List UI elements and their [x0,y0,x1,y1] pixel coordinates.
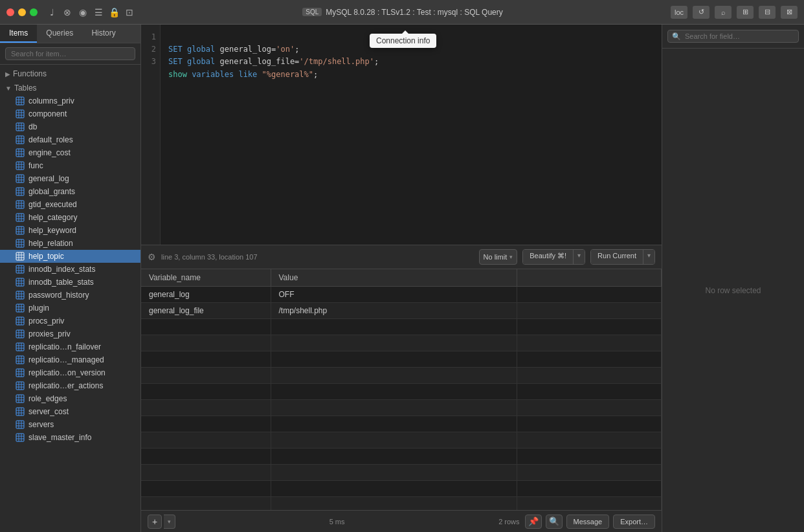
table-item-proxies_priv[interactable]: proxies_priv [0,327,140,340]
tab-history[interactable]: History [82,25,124,43]
table-item-server_cost[interactable]: server_cost [0,405,140,418]
beautify-button-group: Beautify ⌘! ▾ [522,249,585,265]
table-item-func[interactable]: func [0,159,140,172]
svg-rect-115 [16,395,24,403]
table-item-servers[interactable]: servers [0,418,140,431]
col-header-variable_name[interactable]: Variable_name [141,269,271,287]
table-grid-icon [16,226,25,235]
search-button[interactable]: ⌕ [715,6,731,19]
stop-icon[interactable]: ⊗ [62,7,73,17]
table-name: help_category [28,213,77,222]
svg-rect-80 [16,304,24,312]
tables-chevron: ▼ [5,85,12,92]
table-item-procs_priv[interactable]: procs_priv [0,315,140,327]
run-current-button[interactable]: Run Current [591,250,643,264]
tables-header[interactable]: ▼ Tables [0,82,140,94]
table-name: engine_cost [28,148,71,157]
tables-section: ▼ Tables columns_priv [0,82,140,444]
table-item-slave_master_info[interactable]: slave_master_info [0,431,140,444]
sidebar-tabs: Items Queries History [0,25,140,43]
connection-tooltip: Connection info [370,34,436,48]
settings-icon[interactable]: ⚙ [148,252,156,262]
lines-icon[interactable]: ☰ [93,7,104,17]
titlebar-center: SQL MySQL 8.0.28 : TLSv1.2 : Test : mysq… [140,8,665,17]
table-item-help_topic[interactable]: help_topic [0,250,140,263]
message-button[interactable]: Message [566,515,610,529]
table-name: replicatio…n_failover [28,342,101,351]
table-item-db[interactable]: db [0,120,140,133]
table-item-innodb_table_stats[interactable]: innodb_table_stats [0,276,140,289]
loc-badge[interactable]: loc [671,6,687,19]
add-row-button[interactable]: + [148,515,162,529]
pin-button[interactable]: 📌 [525,515,542,529]
lock-icon[interactable]: 🔒 [109,7,119,17]
table-item-replication_er_actions[interactable]: replicatio…er_actions [0,379,140,392]
refresh-button[interactable]: ↺ [693,6,709,19]
table-row-empty [141,319,662,335]
functions-section: ▶ Functions [0,67,140,80]
table-item-default_roles[interactable]: default_roles [0,133,140,146]
no-limit-select[interactable]: No limit ▾ [479,249,518,265]
sidebar-toggle-button[interactable]: ⊞ [737,6,754,19]
table-item-gtid_executed[interactable]: gtid_executed [0,198,140,211]
find-button[interactable]: 🔍 [546,515,563,529]
eye-icon[interactable]: ◉ [78,7,88,17]
layout-button-1[interactable]: ⊟ [759,6,776,19]
svg-rect-95 [16,343,24,351]
table-name: servers [28,420,54,429]
line-num-2: 2 [141,43,156,56]
table-item-plugin[interactable]: plugin [0,302,140,315]
table-row[interactable]: general_log_file /tmp/shell.php [141,303,662,319]
table-item-columns_priv[interactable]: columns_priv [0,94,140,107]
table-grid-icon [16,252,25,261]
table-item-help_category[interactable]: help_category [0,211,140,224]
table-grid-icon [16,122,25,131]
table-grid-icon [16,109,25,118]
table-item-help_relation[interactable]: help_relation [0,237,140,250]
table-grid-icon [16,187,25,196]
table-item-global_grants[interactable]: global_grants [0,185,140,198]
table-grid-icon [16,342,25,351]
line-numbers: 1 2 3 [141,25,161,245]
svg-rect-35 [16,188,24,195]
table-item-innodb_index_stats[interactable]: innodb_index_stats [0,263,140,276]
code-editor[interactable]: SET global general_log='on'; SET global … [161,25,662,245]
functions-header[interactable]: ▶ Functions [0,67,140,80]
svg-rect-70 [16,278,24,286]
svg-rect-100 [16,356,24,364]
export-button[interactable]: Export… [613,515,655,529]
search-field-icon: 🔍 [672,32,681,41]
add-row-dropdown-button[interactable]: ▾ [164,515,175,529]
beautify-dropdown-button[interactable]: ▾ [573,250,585,264]
svg-rect-75 [16,291,24,299]
music-icon[interactable]: ♩ [47,7,57,17]
maximize-button[interactable] [30,8,38,16]
run-dropdown-button[interactable]: ▾ [643,250,654,264]
minimize-button[interactable] [18,8,26,16]
search-item-input[interactable] [5,47,135,60]
db-icon[interactable]: ⊡ [124,7,135,17]
close-button[interactable] [6,8,14,16]
table-row-empty [141,449,662,465]
svg-rect-65 [16,265,24,273]
tab-queries[interactable]: Queries [37,25,82,43]
table-item-engine_cost[interactable]: engine_cost [0,146,140,159]
table-item-replication_managed[interactable]: replicatio…_managed [0,353,140,366]
search-field-input[interactable] [667,30,799,43]
beautify-button[interactable]: Beautify ⌘! [523,250,573,264]
table-item-replication_on_version[interactable]: replicatio…on_version [0,366,140,379]
table-item-help_keyword[interactable]: help_keyword [0,224,140,237]
svg-rect-10 [16,123,24,131]
table-row[interactable]: general_log OFF [141,287,662,303]
table-item-password_history[interactable]: password_history [0,289,140,302]
layout-button-2[interactable]: ⊠ [781,6,798,19]
tab-items[interactable]: Items [0,25,37,43]
table-name: help_relation [28,239,73,248]
col-header-value[interactable]: Value [271,269,517,287]
table-item-role_edges[interactable]: role_edges [0,392,140,405]
table-name: replicatio…er_actions [28,381,103,390]
table-item-component[interactable]: component [0,107,140,120]
table-name: replicatio…on_version [28,368,106,377]
table-item-general_log[interactable]: general_log [0,172,140,185]
table-item-replication_n_failover[interactable]: replicatio…n_failover [0,340,140,353]
